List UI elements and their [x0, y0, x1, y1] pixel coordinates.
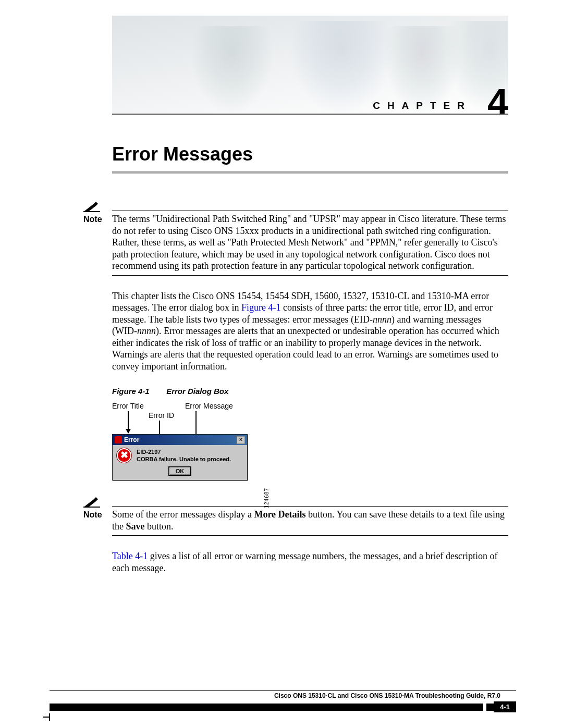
para1-nnnn1: nnnn: [373, 314, 391, 325]
dialog-error-id: EID-2197: [137, 448, 231, 455]
ok-button[interactable]: OK: [168, 466, 192, 476]
note-label: Note: [83, 510, 108, 520]
dialog-title-text: Error: [124, 436, 139, 443]
pencil-icon: [83, 202, 108, 212]
arrow-icon: [128, 411, 129, 433]
dialog-titlebar: Error ×: [113, 435, 247, 445]
para2-post: gives a list of all error or warning mes…: [112, 551, 498, 573]
callout-error-message: Error Message: [185, 402, 233, 410]
para1-post: ). Error messages are alerts that an une…: [112, 326, 499, 372]
error-dialog: Error × ✖ EID-2197 CORBA failure. Unable…: [112, 434, 248, 480]
callout-error-id: Error ID: [149, 411, 174, 419]
pencil-icon: [83, 497, 108, 508]
note-block-2: Note Some of the error messages display …: [112, 506, 508, 536]
footer-page-number: 4-1: [494, 701, 516, 712]
figure-title: Error Dialog Box: [166, 387, 228, 396]
figure-number: Figure 4-1: [112, 387, 164, 396]
chapter-number: 4: [487, 83, 508, 115]
chapter-header-image: CHAPTER 4: [112, 16, 508, 115]
note-text: The terms "Unidirectional Path Switched …: [112, 213, 508, 272]
note2-b1: More Details: [254, 509, 305, 520]
footer-endcap: [486, 704, 494, 711]
figure-caption: Figure 4-1 Error Dialog Box: [112, 387, 516, 396]
figure-reference-number: 124687: [264, 488, 270, 508]
dialog-error-message: CORBA failure. Unable to proceed.: [137, 455, 231, 463]
dialog-body: ✖ EID-2197 CORBA failure. Unable to proc…: [113, 445, 247, 466]
chapter-label: CHAPTER: [373, 100, 472, 112]
note2-pre: Some of the error messages display a: [112, 509, 254, 520]
page-content: CHAPTER 4 Error Messages Note The terms …: [50, 16, 516, 574]
title-underline: [112, 171, 508, 174]
figure-link[interactable]: Figure 4-1: [241, 302, 281, 313]
callout-error-title: Error Title: [112, 402, 144, 410]
para1-nnnn2: nnnn: [137, 326, 156, 336]
dialog-app-icon: [115, 436, 122, 443]
note2-post: button.: [145, 521, 174, 532]
note-block-1: Note The terms "Unidirectional Path Swit…: [112, 211, 508, 276]
close-icon[interactable]: ×: [237, 436, 245, 444]
note-label: Note: [83, 214, 108, 225]
error-icon: ✖: [117, 448, 131, 463]
footer-bar: [50, 704, 483, 711]
crop-mark-icon: [43, 717, 50, 718]
page-footer: Cisco ONS 15310-CL and Cisco ONS 15310-M…: [50, 690, 516, 712]
page-title: Error Messages: [112, 143, 516, 165]
note2-b2: Save: [126, 521, 145, 532]
note-text: Some of the error messages display a Mor…: [112, 509, 508, 532]
body-paragraph-1: This chapter lists the Cisco ONS 15454, …: [112, 290, 508, 373]
body-paragraph-2: Table 4-1 gives a list of all error or w…: [112, 550, 508, 574]
footer-doc-title: Cisco ONS 15310-CL and Cisco ONS 15310-M…: [50, 692, 500, 699]
table-link[interactable]: Table 4-1: [112, 551, 148, 561]
figure-area: Error Title Error ID Error Message Error…: [112, 402, 258, 490]
